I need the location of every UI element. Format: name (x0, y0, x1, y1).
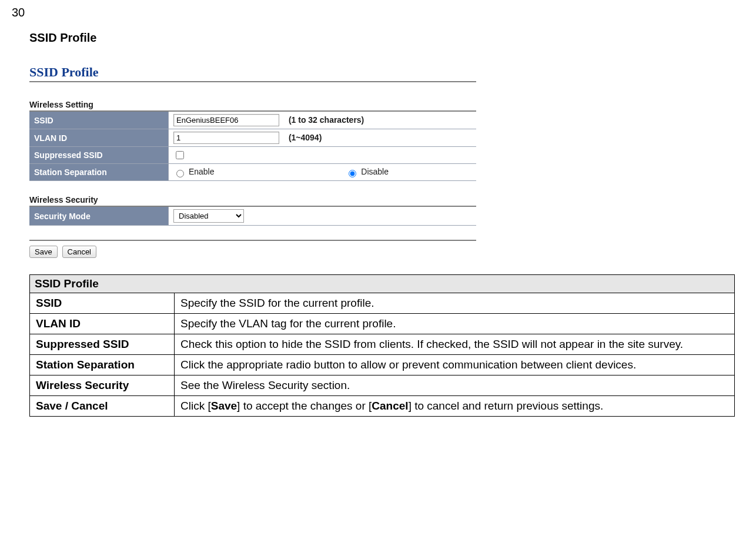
page-number: 30 (12, 6, 722, 19)
vlan-id-hint: (1~4094) (289, 133, 322, 142)
desc-text: Check this option to hide the SSID from … (175, 334, 735, 355)
suppressed-ssid-label: Suppressed SSID (29, 147, 169, 164)
station-separation-enable-radio[interactable] (176, 170, 184, 177)
desc-term: SSID (30, 293, 175, 314)
vlan-id-input[interactable] (173, 132, 279, 144)
station-separation-disable-radio[interactable] (349, 170, 356, 177)
security-mode-select[interactable]: Disabled (173, 209, 244, 223)
desc-term: VLAN ID (30, 314, 175, 334)
vlan-id-label: VLAN ID (29, 129, 169, 147)
table-row: Save / Cancel Click [Save] to accept the… (30, 396, 735, 417)
station-separation-disable-label: Disable (361, 167, 389, 176)
desc-text: Click the appropriate radio button to al… (175, 355, 735, 375)
screenshot-title: SSID Profile (29, 62, 476, 82)
security-mode-label: Security Mode (29, 207, 169, 226)
cancel-button[interactable]: Cancel (62, 246, 96, 258)
wireless-security-table: Security Mode Disabled (29, 207, 476, 226)
table-row: VLAN ID Specify the VLAN tag for the cur… (30, 314, 735, 334)
ssid-hint: (1 to 32 characters) (289, 115, 364, 125)
table-row: Suppressed SSID Check this option to hid… (30, 334, 735, 355)
station-separation-enable-label: Enable (189, 167, 215, 176)
desc-term: Wireless Security (30, 375, 175, 396)
wireless-security-group-label: Wireless Security (29, 194, 476, 207)
description-table: SSID Profile SSID Specify the SSID for t… (29, 274, 735, 417)
desc-text: Specify the VLAN tag for the current pro… (175, 314, 735, 334)
wireless-setting-table: SSID (1 to 32 characters) VLAN ID (1~409… (29, 112, 476, 181)
desc-term: Save / Cancel (30, 396, 175, 417)
ssid-input[interactable] (173, 114, 279, 126)
station-separation-label: Station Separation (29, 164, 169, 181)
desc-text: Specify the SSID for the current profile… (175, 293, 735, 314)
table-row: Station Separation Click the appropriate… (30, 355, 735, 375)
table-row: Wireless Security See the Wireless Secur… (30, 375, 735, 396)
desc-text: See the Wireless Security section. (175, 375, 735, 396)
wireless-setting-group-label: Wireless Setting (29, 99, 476, 112)
description-table-header: SSID Profile (30, 275, 735, 293)
table-row: SSID Specify the SSID for the current pr… (30, 293, 735, 314)
ssid-profile-screenshot: SSID Profile Wireless Setting SSID (1 to… (29, 62, 476, 258)
desc-term: Suppressed SSID (30, 334, 175, 355)
save-button[interactable]: Save (29, 246, 58, 258)
suppressed-ssid-checkbox[interactable] (176, 151, 184, 159)
ssid-label: SSID (29, 112, 169, 129)
desc-text: Click [Save] to accept the changes or [C… (175, 396, 735, 417)
desc-term: Station Separation (30, 355, 175, 375)
section-title: SSID Profile (29, 31, 722, 45)
